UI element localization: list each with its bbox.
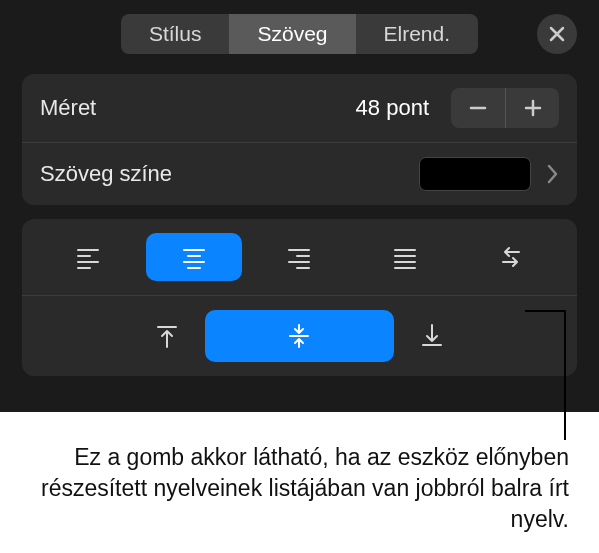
tab-text[interactable]: Szöveg bbox=[229, 14, 355, 54]
valign-middle-button[interactable] bbox=[205, 310, 394, 362]
alignment-group bbox=[22, 219, 577, 376]
size-increase-button[interactable] bbox=[505, 88, 559, 128]
size-decrease-button[interactable] bbox=[451, 88, 505, 128]
text-properties-group: Méret 48 pont Szöveg színe bbox=[22, 74, 577, 205]
size-stepper bbox=[451, 88, 559, 128]
valign-middle-icon bbox=[284, 321, 314, 351]
align-center-button[interactable] bbox=[146, 233, 242, 281]
align-right-icon bbox=[284, 242, 314, 272]
rtl-direction-icon bbox=[496, 242, 526, 272]
tab-style[interactable]: Stílus bbox=[121, 14, 230, 54]
text-color-row[interactable]: Szöveg színe bbox=[22, 142, 577, 205]
callout-caption: Ez a gomb akkor látható, ha az eszköz el… bbox=[0, 412, 599, 545]
align-right-button[interactable] bbox=[252, 233, 348, 281]
plus-icon bbox=[522, 97, 544, 119]
tab-bar: Stílus Szöveg Elrend. bbox=[22, 14, 577, 54]
chevron-right-icon bbox=[545, 163, 559, 185]
align-center-icon bbox=[179, 242, 209, 272]
size-value[interactable]: 48 pont bbox=[356, 95, 443, 121]
align-left-icon bbox=[73, 242, 103, 272]
segmented-control: Stílus Szöveg Elrend. bbox=[121, 14, 478, 54]
align-justify-icon bbox=[390, 242, 420, 272]
valign-bottom-icon bbox=[417, 321, 447, 351]
text-color-label: Szöveg színe bbox=[40, 161, 419, 187]
tab-layout[interactable]: Elrend. bbox=[356, 14, 479, 54]
text-color-value bbox=[419, 157, 559, 191]
color-swatch[interactable] bbox=[419, 157, 531, 191]
horizontal-align-row bbox=[22, 219, 577, 295]
close-button[interactable] bbox=[537, 14, 577, 54]
format-panel: Stílus Szöveg Elrend. Méret 48 pont Szöv… bbox=[0, 0, 599, 412]
size-label: Méret bbox=[40, 95, 356, 121]
align-left-button[interactable] bbox=[40, 233, 136, 281]
rtl-direction-button[interactable] bbox=[463, 233, 559, 281]
size-row: Méret 48 pont bbox=[22, 74, 577, 142]
close-icon bbox=[548, 25, 566, 43]
vertical-align-row bbox=[22, 295, 577, 376]
minus-icon bbox=[467, 97, 489, 119]
valign-top-icon bbox=[152, 321, 182, 351]
align-justify-button[interactable] bbox=[357, 233, 453, 281]
